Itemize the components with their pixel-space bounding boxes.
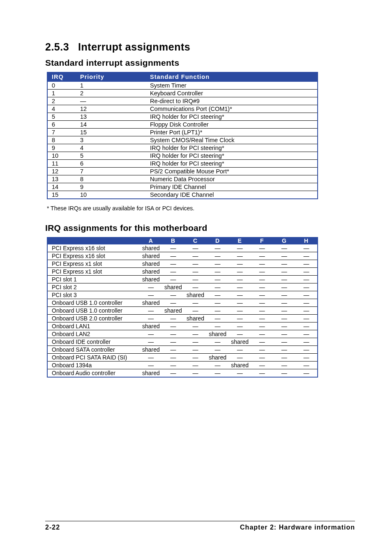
cell-value: — bbox=[184, 330, 206, 338]
cell-value: — bbox=[251, 299, 273, 307]
cell-value: shared bbox=[207, 354, 229, 362]
row-label: Onboard LAN1 bbox=[47, 322, 140, 330]
cell-value: — bbox=[229, 299, 251, 307]
table-row: PCI slot 3——shared————— bbox=[47, 291, 318, 299]
cell-value: — bbox=[229, 315, 251, 322]
cell-value: — bbox=[207, 291, 229, 299]
cell-value: shared bbox=[140, 252, 162, 260]
cell-value: — bbox=[273, 299, 295, 307]
table-row: PCI Express x16 slotshared——————— bbox=[47, 244, 318, 252]
table-row: 138Numeric Data Processor bbox=[47, 175, 318, 183]
cell-priority: 6 bbox=[76, 160, 146, 168]
cell-value: — bbox=[162, 362, 184, 369]
cell-value: — bbox=[207, 299, 229, 307]
cell-irq: 6 bbox=[47, 121, 76, 129]
cell-irq: 13 bbox=[47, 175, 76, 183]
cell-value: — bbox=[295, 322, 318, 330]
col-header: B bbox=[162, 237, 184, 244]
cell-value: — bbox=[273, 307, 295, 315]
row-label: Onboard USB 1.0 controller bbox=[47, 307, 140, 315]
row-label: Onboard Audio controller bbox=[47, 369, 140, 378]
cell-value: — bbox=[251, 291, 273, 299]
cell-value: — bbox=[295, 346, 318, 354]
cell-irq: 1 bbox=[47, 90, 76, 97]
cell-priority: 13 bbox=[76, 113, 146, 121]
cell-value: — bbox=[251, 322, 273, 330]
cell-value: shared bbox=[140, 244, 162, 252]
cell-value: — bbox=[162, 346, 184, 354]
cell-value: — bbox=[162, 252, 184, 260]
row-label: PCI slot 3 bbox=[47, 291, 140, 299]
cell-value: — bbox=[251, 244, 273, 252]
table-row: PCI Express x1 slotshared——————— bbox=[47, 268, 318, 276]
cell-value: — bbox=[184, 307, 206, 315]
table-row: PCI slot 2—shared—————— bbox=[47, 283, 318, 291]
table-row: 01System Timer bbox=[47, 82, 318, 90]
cell-value: — bbox=[229, 268, 251, 276]
col-header: E bbox=[229, 237, 251, 244]
cell-value: — bbox=[295, 307, 318, 315]
cell-value: — bbox=[184, 283, 206, 291]
cell-value: — bbox=[295, 276, 318, 283]
table-row: PCI Express x1 slotshared——————— bbox=[47, 260, 318, 268]
cell-value: — bbox=[207, 346, 229, 354]
cell-value: — bbox=[207, 260, 229, 268]
row-label: Onboard USB 1.0 controller bbox=[47, 299, 140, 307]
cell-func: Keyboard Controller bbox=[146, 90, 318, 97]
cell-value: — bbox=[140, 338, 162, 346]
cell-priority: 5 bbox=[76, 152, 146, 160]
cell-value: — bbox=[251, 362, 273, 369]
section-number: 2.5.3 bbox=[45, 41, 69, 53]
subheading-motherboard: IRQ assignments for this motherboard bbox=[45, 223, 355, 233]
cell-value: — bbox=[184, 260, 206, 268]
col-header: F bbox=[251, 237, 273, 244]
table-row: Onboard IDE controller————shared——— bbox=[47, 338, 318, 346]
cell-value: — bbox=[295, 291, 318, 299]
col-header: C bbox=[184, 237, 206, 244]
table-row: Onboard USB 1.0 controllershared——————— bbox=[47, 299, 318, 307]
cell-value: — bbox=[140, 354, 162, 362]
cell-value: — bbox=[295, 268, 318, 276]
cell-value: — bbox=[273, 346, 295, 354]
cell-value: — bbox=[295, 369, 318, 378]
cell-irq: 14 bbox=[47, 183, 76, 191]
cell-priority: 14 bbox=[76, 121, 146, 129]
cell-func: IRQ holder for PCI steering* bbox=[146, 113, 318, 121]
cell-priority: 8 bbox=[76, 175, 146, 183]
cell-value: — bbox=[295, 299, 318, 307]
cell-value: — bbox=[251, 276, 273, 283]
cell-value: — bbox=[162, 354, 184, 362]
cell-value: — bbox=[295, 260, 318, 268]
cell-value: shared bbox=[184, 315, 206, 322]
cell-value: — bbox=[295, 283, 318, 291]
row-label: PCI slot 1 bbox=[47, 276, 140, 283]
chapter-label: Chapter 2: Hardware information bbox=[240, 524, 355, 531]
table-row: 1510Secondary IDE Channel bbox=[47, 191, 318, 199]
cell-irq: 10 bbox=[47, 152, 76, 160]
cell-value: — bbox=[162, 268, 184, 276]
cell-value: — bbox=[295, 354, 318, 362]
table-row: 513IRQ holder for PCI steering* bbox=[47, 113, 318, 121]
cell-irq: 15 bbox=[47, 191, 76, 199]
table-row: 116IRQ holder for PCI steering* bbox=[47, 160, 318, 168]
table-row: PCI Express x16 slotshared——————— bbox=[47, 252, 318, 260]
cell-value: — bbox=[207, 362, 229, 369]
cell-priority: 4 bbox=[76, 144, 146, 152]
cell-value: — bbox=[207, 369, 229, 378]
table-row: 412Communications Port (COM1)* bbox=[47, 105, 318, 113]
col-function: Standard Function bbox=[146, 72, 318, 82]
cell-priority: 10 bbox=[76, 191, 146, 199]
cell-value: — bbox=[162, 330, 184, 338]
cell-irq: 4 bbox=[47, 105, 76, 113]
cell-priority: 1 bbox=[76, 82, 146, 90]
cell-value: — bbox=[251, 252, 273, 260]
cell-value: — bbox=[251, 283, 273, 291]
cell-value: — bbox=[273, 315, 295, 322]
table-row: 105IRQ holder for PCI steering* bbox=[47, 152, 318, 160]
cell-value: shared bbox=[229, 338, 251, 346]
cell-value: — bbox=[229, 244, 251, 252]
cell-value: — bbox=[273, 276, 295, 283]
cell-value: — bbox=[229, 260, 251, 268]
cell-value: — bbox=[184, 252, 206, 260]
row-label: Onboard USB 2.0 controller bbox=[47, 315, 140, 322]
